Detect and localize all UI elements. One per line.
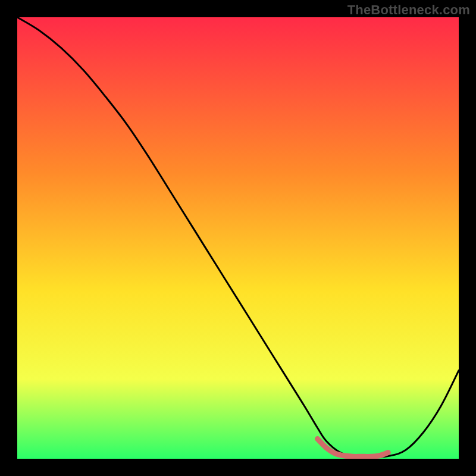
chart-frame: TheBottleneck.com bbox=[0, 0, 476, 476]
chart-svg bbox=[17, 17, 459, 459]
chart-background-gradient bbox=[17, 17, 459, 459]
watermark-text: TheBottleneck.com bbox=[347, 2, 470, 18]
chart-plot-area bbox=[17, 17, 459, 459]
